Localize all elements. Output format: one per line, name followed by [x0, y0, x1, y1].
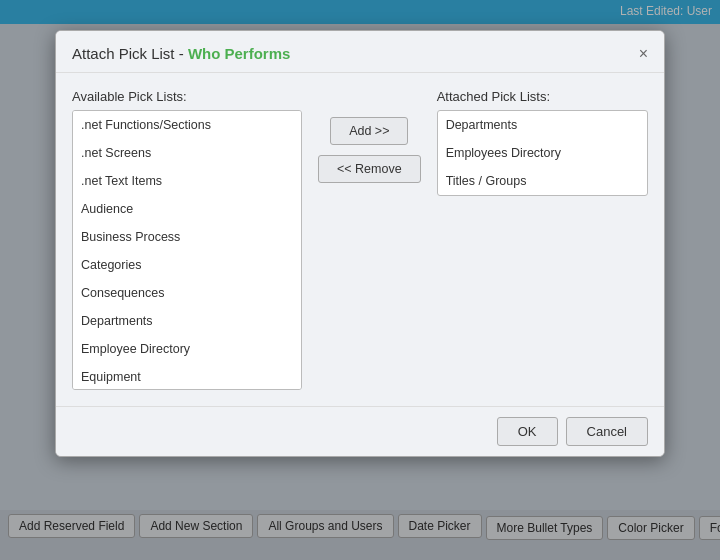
- available-picklists-listbox[interactable]: .net Functions/Sections .net Screens .ne…: [72, 110, 302, 390]
- list-item[interactable]: .net Screens: [73, 139, 301, 167]
- list-item[interactable]: Categories: [73, 251, 301, 279]
- attached-picklists-section: Attached Pick Lists: Departments Employe…: [437, 89, 648, 196]
- ok-button[interactable]: OK: [497, 417, 558, 446]
- modal-body: Available Pick Lists: .net Functions/Sec…: [56, 73, 664, 406]
- list-item[interactable]: Consequences: [73, 279, 301, 307]
- available-label: Available Pick Lists:: [72, 89, 302, 104]
- modal-header: Attach Pick List - Who Performs ×: [56, 31, 664, 73]
- add-button[interactable]: Add >>: [330, 117, 408, 145]
- action-buttons-col: Add >> << Remove: [318, 89, 421, 183]
- attached-list-item[interactable]: Departments: [438, 111, 647, 139]
- cancel-button[interactable]: Cancel: [566, 417, 648, 446]
- attached-list-item[interactable]: Employees Directory: [438, 139, 647, 167]
- modal-title: Attach Pick List - Who Performs: [72, 45, 290, 62]
- attached-label: Attached Pick Lists:: [437, 89, 648, 104]
- list-item[interactable]: Equipment: [73, 363, 301, 390]
- available-picklists-section: Available Pick Lists: .net Functions/Sec…: [72, 89, 302, 390]
- modal-title-static: Attach Pick List -: [72, 45, 188, 62]
- modal-footer: OK Cancel: [56, 406, 664, 456]
- list-item[interactable]: Departments: [73, 307, 301, 335]
- list-item[interactable]: Business Process: [73, 223, 301, 251]
- list-item[interactable]: .net Text Items: [73, 167, 301, 195]
- list-item[interactable]: Employee Directory: [73, 335, 301, 363]
- attach-picklist-modal: Attach Pick List - Who Performs × Availa…: [55, 30, 665, 457]
- list-item[interactable]: .net Functions/Sections: [73, 111, 301, 139]
- attached-picklists-listbox[interactable]: Departments Employees Directory Titles /…: [437, 110, 648, 196]
- list-item[interactable]: Audience: [73, 195, 301, 223]
- modal-title-highlight: Who Performs: [188, 45, 291, 62]
- close-button[interactable]: ×: [639, 46, 648, 62]
- attached-list-item[interactable]: Titles / Groups: [438, 167, 647, 195]
- remove-button[interactable]: << Remove: [318, 155, 421, 183]
